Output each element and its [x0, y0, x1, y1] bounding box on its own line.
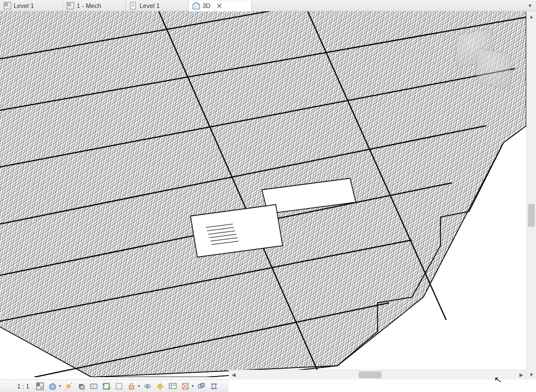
floor-plan-icon [66, 2, 74, 10]
chevron-down-icon: ▾ [59, 383, 61, 389]
svg-rect-49 [129, 386, 134, 389]
scroll-down-arrow[interactable]: ▼ [527, 370, 536, 379]
view-tab-bar: Level 1 1 - Mech Level 1 3D ✕ ▾ [0, 0, 536, 11]
vertical-scroll-track[interactable] [527, 21, 536, 370]
sun-path-button[interactable] [63, 381, 74, 391]
chevron-down-icon: ▾ [192, 383, 194, 389]
scroll-left-arrow[interactable]: ◀ [229, 370, 239, 379]
chevron-down-icon: ▾ [138, 383, 140, 389]
reveal-hidden-button[interactable] [155, 381, 165, 391]
tab-overflow-menu[interactable]: ▾ [526, 2, 534, 9]
detail-level-button[interactable] [35, 381, 45, 391]
viewport-3d[interactable] [0, 11, 526, 377]
show-crop-button[interactable] [114, 381, 124, 391]
svg-point-51 [147, 385, 149, 387]
svg-line-39 [71, 383, 72, 384]
svg-rect-65 [201, 383, 204, 387]
svg-point-44 [92, 385, 94, 387]
tab-label: 3D [203, 2, 211, 9]
svg-rect-48 [116, 383, 122, 389]
rendering-dialog-button[interactable] [89, 381, 99, 391]
tab-level1-a[interactable]: Level 1 [0, 0, 63, 11]
svg-marker-37 [50, 383, 55, 390]
tab-1-mech[interactable]: 1 - Mech [63, 0, 126, 11]
scroll-up-arrow[interactable]: ▲ [527, 11, 536, 21]
tab-label: Level 1 [140, 2, 160, 9]
temp-hide-button[interactable] [142, 381, 153, 391]
sheet-icon [129, 2, 137, 10]
tab-level1-sheet[interactable]: Level 1 [126, 0, 189, 11]
house-3d-icon [192, 2, 200, 10]
svg-rect-36 [40, 386, 43, 390]
highlight-displacement-button[interactable] [196, 381, 207, 391]
svg-rect-59 [173, 385, 175, 386]
vertical-scroll-thumb[interactable] [528, 204, 535, 227]
shadows-button[interactable] [76, 381, 86, 391]
tab-label: Level 1 [14, 2, 34, 9]
svg-rect-43 [90, 384, 97, 389]
svg-marker-8 [193, 2, 200, 9]
horizontal-scroll-track[interactable] [239, 370, 517, 379]
tab-3d[interactable]: 3D ✕ [189, 1, 252, 11]
svg-point-52 [158, 384, 162, 388]
svg-rect-1 [5, 3, 7, 6]
svg-rect-60 [170, 386, 172, 387]
svg-rect-42 [80, 385, 84, 389]
view-control-bar: 1 : 1 ▾ ▾ ▾ [0, 379, 229, 392]
close-icon[interactable]: ✕ [216, 2, 223, 10]
analytical-model-button[interactable] [180, 381, 190, 391]
tab-label: 1 - Mech [77, 2, 101, 9]
view-scale[interactable]: 1 : 1 [2, 383, 33, 390]
scroll-right-arrow[interactable]: ▶ [517, 370, 526, 379]
svg-rect-35 [37, 383, 40, 386]
floor-plan-icon [3, 2, 11, 10]
worksharing-display-button[interactable] [168, 381, 178, 391]
reveal-constraints-button[interactable] [209, 381, 219, 391]
horizontal-scroll-thumb[interactable] [359, 371, 382, 378]
svg-rect-57 [169, 383, 176, 389]
svg-rect-4 [130, 2, 136, 9]
svg-line-40 [65, 389, 66, 390]
unlocked-3d-button[interactable] [126, 381, 137, 391]
vertical-scrollbar[interactable]: ▲ ▼ [526, 11, 536, 379]
svg-point-38 [67, 385, 70, 388]
svg-rect-3 [68, 3, 70, 6]
crop-view-button[interactable] [101, 381, 112, 391]
horizontal-scrollbar[interactable]: ◀ ▶ [229, 370, 526, 379]
svg-rect-58 [170, 385, 172, 386]
visual-style-button[interactable] [47, 381, 58, 391]
